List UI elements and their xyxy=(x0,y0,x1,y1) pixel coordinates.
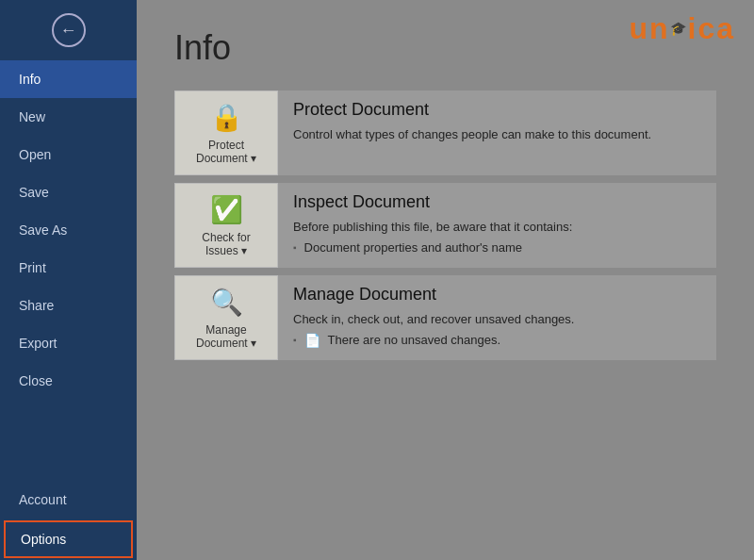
protect-description: Control what types of changes people can… xyxy=(293,125,716,144)
unica-logo: un🎓ica xyxy=(629,11,735,46)
sidebar-item-new[interactable]: New xyxy=(0,98,137,136)
check-issues-button[interactable]: ✅ Check for Issues ▾ xyxy=(174,183,278,268)
logo-a: a xyxy=(716,11,735,45)
inspect-card-content: Inspect Document Before publishing this … xyxy=(293,183,716,264)
back-circle-icon: ← xyxy=(52,13,86,47)
sidebar-item-save-as[interactable]: Save As xyxy=(0,211,137,249)
sidebar-item-close[interactable]: Close xyxy=(0,362,137,400)
sidebar-item-share[interactable]: Share xyxy=(0,287,137,324)
manage-icon-label: Manage Document ▾ xyxy=(196,323,256,350)
logo-i: i xyxy=(688,11,698,45)
inspect-document-card: ✅ Check for Issues ▾ Inspect Document Be… xyxy=(174,183,716,268)
logo-c: c xyxy=(697,11,716,45)
logo-n: n🎓 xyxy=(649,11,688,45)
inspect-description: Before publishing this file, be aware th… xyxy=(293,218,716,237)
sidebar-item-export[interactable]: Export xyxy=(0,324,137,362)
manage-list: 📄 There are no unsaved changes. xyxy=(293,333,716,348)
manage-document-card: 🔍 Manage Document ▾ Manage Document Chec… xyxy=(174,275,716,360)
manage-description: Check in, check out, and recover unsaved… xyxy=(293,310,716,329)
inspect-list: Document properties and author's name xyxy=(293,240,716,255)
logo-u: u xyxy=(629,11,649,45)
manage-card-content: Manage Document Check in, check out, and… xyxy=(293,275,716,357)
protect-title: Protect Document xyxy=(293,100,716,120)
back-button[interactable]: ← xyxy=(0,0,137,60)
inspect-icon-label: Check for Issues ▾ xyxy=(202,231,250,257)
sidebar-item-account[interactable]: Account xyxy=(0,481,137,519)
manage-title: Manage Document xyxy=(293,285,716,305)
lock-icon: 🔒 xyxy=(210,102,243,133)
inspect-title: Inspect Document xyxy=(293,192,716,212)
protect-document-card: 🔒 Protect Document ▾ Protect Document Co… xyxy=(174,91,716,175)
manage-list-item-1: 📄 There are no unsaved changes. xyxy=(293,333,716,348)
main-content: un🎓ica Info 🔒 Protect Document ▾ Protect… xyxy=(137,0,754,560)
sidebar-item-print[interactable]: Print xyxy=(0,249,137,287)
sidebar-item-save[interactable]: Save xyxy=(0,173,137,211)
graduation-hat-icon: 🎓 xyxy=(670,21,688,36)
sidebar-item-open[interactable]: Open xyxy=(0,136,137,173)
document-icon: 📄 xyxy=(304,333,320,348)
inspect-list-item-1: Document properties and author's name xyxy=(293,240,716,255)
sidebar-spacer xyxy=(0,400,137,481)
protect-document-button[interactable]: 🔒 Protect Document ▾ xyxy=(174,91,278,175)
manage-document-icon: 🔍 xyxy=(210,287,243,318)
sidebar-item-options[interactable]: Options xyxy=(4,520,133,558)
protect-icon-label: Protect Document ▾ xyxy=(196,139,256,165)
check-issues-icon: ✅ xyxy=(210,194,243,225)
sidebar: ← Info New Open Save Save As Print Share… xyxy=(0,0,137,560)
manage-document-button[interactable]: 🔍 Manage Document ▾ xyxy=(174,275,278,360)
sidebar-item-info[interactable]: Info xyxy=(0,60,137,98)
protect-card-content: Protect Document Control what types of c… xyxy=(293,91,716,154)
